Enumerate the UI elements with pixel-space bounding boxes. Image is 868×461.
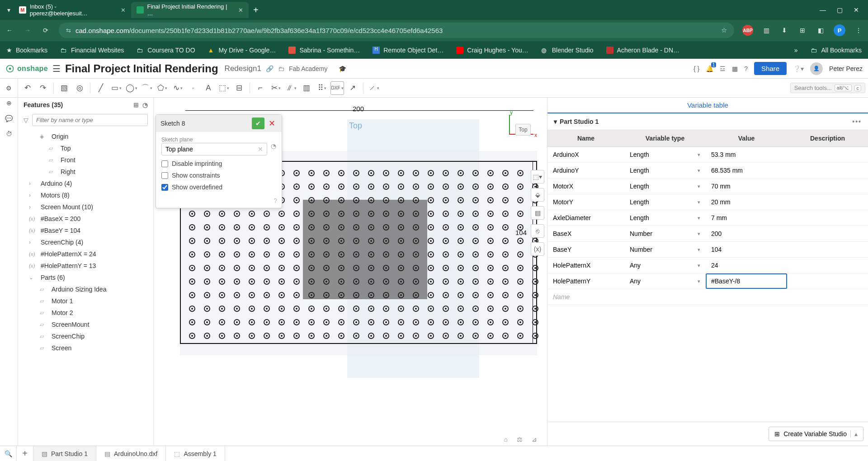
hole[interactable]	[234, 306, 240, 312]
hole[interactable]	[234, 278, 240, 285]
hole[interactable]	[293, 197, 300, 203]
dimension-tool-icon[interactable]: ⟋	[367, 81, 381, 95]
hole[interactable]	[383, 319, 389, 325]
new-tab-button[interactable]: +	[249, 3, 263, 17]
hole[interactable]	[338, 292, 344, 298]
var-value-cell[interactable]: #BaseY-/8	[706, 273, 787, 289]
add-feature-icon[interactable]: ⊕	[6, 99, 12, 107]
hole[interactable]	[353, 319, 359, 325]
hole[interactable]	[234, 265, 240, 271]
hole[interactable]	[428, 238, 434, 244]
hole[interactable]	[189, 224, 195, 230]
hole[interactable]	[502, 265, 509, 271]
bm-craig[interactable]: Craig Hughes - You…	[456, 47, 528, 54]
hole[interactable]	[398, 211, 404, 217]
hole[interactable]	[517, 265, 524, 271]
hole[interactable]	[502, 170, 509, 176]
sketch-plane-input[interactable]: Top plane ✕	[161, 143, 267, 155]
folder-name[interactable]: Fab Academy	[289, 65, 328, 72]
hole[interactable]	[338, 238, 344, 244]
comments-icon[interactable]: 💬	[5, 115, 13, 122]
hole[interactable]	[219, 211, 225, 217]
hole[interactable]	[472, 251, 479, 258]
hole[interactable]	[219, 224, 225, 230]
hole[interactable]	[204, 238, 210, 244]
hole[interactable]	[398, 278, 404, 285]
hole[interactable]	[323, 306, 330, 312]
bm-coursera[interactable]: 🗀Coursera TO DO	[137, 47, 195, 54]
doc-extension-icon[interactable]: ▥	[761, 27, 771, 34]
hole[interactable]	[398, 197, 404, 203]
search-tools[interactable]: Search tools... alt/⌥ c	[790, 83, 865, 93]
hole[interactable]	[323, 319, 330, 325]
hole[interactable]	[353, 211, 359, 217]
hole[interactable]	[458, 333, 464, 339]
hole[interactable]	[487, 265, 494, 271]
var-desc-cell[interactable]	[787, 226, 868, 241]
variable-measure-icon[interactable]: (x)	[531, 242, 544, 256]
hole[interactable]	[323, 238, 330, 244]
hole[interactable]	[204, 292, 210, 298]
var-value-cell[interactable]: 104	[706, 242, 787, 257]
feature-item[interactable]: ▱ScreenMount	[18, 319, 153, 330]
profile-icon[interactable]: P	[834, 24, 845, 36]
hole[interactable]	[353, 265, 359, 271]
browser-tab-onshape[interactable]: Final Project Initial Rendering | … ✕	[131, 2, 249, 18]
hole[interactable]	[308, 224, 315, 230]
undo-icon[interactable]: ↶	[21, 81, 34, 95]
hole[interactable]	[413, 319, 419, 325]
notifications-icon[interactable]: 🔔1	[706, 65, 713, 72]
hole[interactable]	[189, 292, 195, 298]
hole[interactable]	[368, 183, 374, 190]
hole[interactable]	[368, 224, 374, 230]
var-desc-cell[interactable]	[787, 147, 868, 162]
hole[interactable]	[458, 224, 464, 230]
hole[interactable]	[428, 292, 434, 298]
tab-part-studio[interactable]: ▧Part Studio 1	[33, 446, 96, 461]
tab-dxf[interactable]: ▤ArduinoUno.dxf	[96, 446, 166, 461]
hole[interactable]	[353, 333, 359, 339]
hole[interactable]	[189, 319, 195, 325]
hole[interactable]	[323, 211, 330, 217]
hole[interactable]	[532, 265, 538, 271]
hole[interactable]	[413, 292, 419, 298]
hole[interactable]	[443, 278, 449, 285]
browser-tab-gmail[interactable]: M Inbox (5) - pperez@belenjesuit… ✕	[14, 2, 131, 18]
hole[interactable]	[443, 292, 449, 298]
hole[interactable]	[323, 292, 330, 298]
close-window-icon[interactable]: ✕	[854, 6, 859, 14]
hole[interactable]	[398, 183, 404, 190]
hole[interactable]	[353, 197, 359, 203]
arc-tool-icon[interactable]: ⌒	[140, 81, 154, 95]
var-desc-cell[interactable]	[787, 273, 868, 289]
construction-icon[interactable]: ⊟	[232, 81, 246, 95]
hole[interactable]	[398, 224, 404, 230]
hole[interactable]	[398, 319, 404, 325]
hole[interactable]	[398, 265, 404, 271]
hole[interactable]	[189, 333, 195, 339]
new-variable-name[interactable]: Name	[547, 289, 624, 305]
hole[interactable]	[338, 251, 344, 258]
feature-item[interactable]: ▱Right	[18, 166, 153, 178]
hole[interactable]	[338, 319, 344, 325]
var-name-cell[interactable]: HolePatternX	[547, 258, 624, 273]
hole[interactable]	[308, 278, 315, 285]
filter-icon[interactable]: ▽	[24, 117, 28, 124]
hole[interactable]	[398, 238, 404, 244]
hole[interactable]	[443, 319, 449, 325]
hole[interactable]	[472, 211, 479, 217]
hole[interactable]	[338, 170, 344, 176]
confirm-button[interactable]: ✔	[252, 118, 264, 129]
hole[interactable]	[249, 238, 255, 244]
hole[interactable]	[264, 333, 270, 339]
target-icon[interactable]: ◎	[73, 81, 86, 95]
create-variable-studio-button[interactable]: ⊞ Create Variable Studio ▴	[769, 427, 863, 441]
hole[interactable]	[517, 319, 524, 325]
var-name-cell[interactable]: ArduinoY	[547, 163, 624, 178]
hole[interactable]	[428, 306, 434, 312]
hole[interactable]	[204, 306, 210, 312]
hole[interactable]	[189, 251, 195, 258]
hole[interactable]	[308, 306, 315, 312]
hole[interactable]	[383, 333, 389, 339]
cancel-button[interactable]: ✕	[266, 118, 277, 128]
